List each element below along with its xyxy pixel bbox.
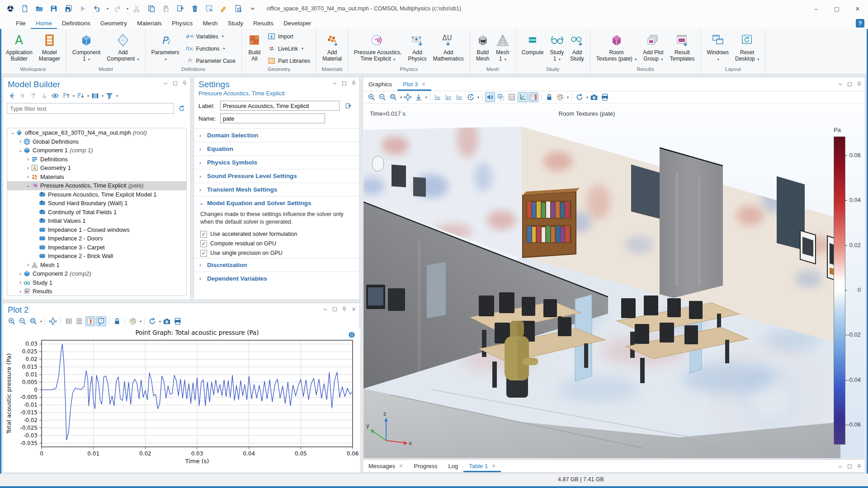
zoom-in-button[interactable]	[367, 92, 377, 102]
help-button[interactable]: ?	[856, 19, 864, 28]
tree-item[interactable]: ›Global Definitions	[7, 137, 186, 146]
tab-close-icon[interactable]: ✕	[491, 463, 495, 469]
tree-expanded-arrow[interactable]: ⌄	[10, 130, 15, 136]
tree-item[interactable]: ⌄Component 1(comp 1)	[7, 146, 186, 155]
dropdown-caret-icon[interactable]: ▾	[425, 95, 427, 99]
panel-menu-button[interactable]	[322, 306, 328, 312]
tab-messages[interactable]: Messages✕	[363, 460, 408, 472]
tab-plot-3[interactable]: Plot 3✕	[397, 77, 431, 91]
preview-doc-icon[interactable]	[232, 3, 244, 14]
tree-item[interactable]: DContinuity of Total Fields 1	[7, 208, 186, 217]
colorbar-toggle-button[interactable]	[528, 92, 538, 102]
tab-log[interactable]: Log	[443, 460, 464, 472]
menu-mesh[interactable]: Mesh	[198, 19, 222, 29]
menu-developer[interactable]: Developer	[278, 19, 316, 29]
speaker-button[interactable]	[485, 92, 495, 102]
plot-source-icon[interactable]	[348, 331, 355, 338]
panel-pin-button[interactable]	[341, 306, 347, 312]
undo-icon[interactable]	[91, 3, 103, 14]
checkbox[interactable]: ✓	[200, 231, 207, 238]
grid-v-button[interactable]	[64, 316, 74, 326]
new-file-icon[interactable]	[19, 3, 31, 14]
menu-home[interactable]: Home	[31, 19, 57, 29]
room-textures-button[interactable]: RoomTextures (pate) ▾	[593, 31, 640, 66]
menu-geometry[interactable]: Geometry	[95, 19, 132, 29]
grid3d-button[interactable]	[507, 92, 517, 102]
tree-item[interactable]: ⌄office_space_63_30T0_N4_ma_out.mph(root…	[7, 128, 186, 137]
minimize-button[interactable]: –	[806, 0, 826, 17]
panel-float-button[interactable]	[846, 81, 853, 87]
dropdown-caret-icon[interactable]: ▾	[73, 94, 75, 98]
save-all-icon[interactable]	[62, 3, 74, 14]
tree-item[interactable]: Impedance 3 - Carpet	[7, 243, 186, 252]
rename-button[interactable]	[343, 101, 353, 111]
print-button[interactable]	[600, 92, 610, 102]
windows-button[interactable]: Windows ▾	[703, 31, 732, 66]
panel-float-button[interactable]	[846, 463, 853, 469]
menu-study[interactable]: Study	[222, 19, 248, 29]
panel-pin-button[interactable]	[350, 80, 357, 86]
section-header[interactable]: ›Domain Selection	[194, 129, 359, 142]
arrow-left-button[interactable]	[7, 91, 17, 101]
axis-limits-button[interactable]	[85, 316, 95, 326]
tree-collapsed-arrow[interactable]: ›	[25, 174, 31, 180]
panel-menu-button[interactable]	[331, 80, 338, 86]
section-header[interactable]: ›Dependent Variables	[194, 272, 359, 285]
palette-button[interactable]	[128, 316, 138, 326]
save-icon[interactable]	[48, 3, 60, 14]
tree-collapsed-arrow[interactable]: ›	[25, 262, 31, 268]
paste-icon[interactable]	[160, 3, 172, 14]
close-button[interactable]: ✕	[847, 0, 868, 17]
reset-desktop-button[interactable]: ResetDesktop ▾	[732, 31, 762, 66]
checkbox[interactable]: ✓	[200, 250, 207, 257]
menu-materials[interactable]: Materials	[132, 19, 167, 29]
tree-item[interactable]: Impedance 2 - Brick Wall	[7, 252, 186, 261]
arrow-up-button[interactable]	[28, 91, 38, 101]
section-header[interactable]: ›Sound Pressure Level Settings	[194, 169, 359, 183]
filter-input[interactable]	[7, 103, 174, 114]
zoom-box-button[interactable]	[28, 316, 38, 326]
tree-item[interactable]: ›AGeometry 1	[7, 164, 186, 173]
select-box-icon[interactable]	[203, 3, 215, 14]
dropdown-caret-icon[interactable]: ▾	[477, 95, 479, 99]
tree-expanded-arrow[interactable]: ⌄	[25, 183, 31, 188]
tree-item[interactable]: ›Materials	[7, 173, 186, 182]
tree-expanded-arrow[interactable]: ⌄	[18, 147, 23, 153]
grid-h-button[interactable]	[75, 316, 85, 326]
add-component-button[interactable]: AddComponent ▾	[104, 31, 142, 66]
lock-button[interactable]	[112, 316, 122, 326]
tree-collapsed-arrow[interactable]: ›	[18, 279, 23, 286]
redo-icon[interactable]	[111, 3, 123, 14]
dropdown-caret-icon[interactable]: ▾	[87, 94, 89, 98]
view-yz-button[interactable]: yz	[444, 92, 454, 102]
add-plot-group-button[interactable]: Add PlotGroup ▾	[640, 31, 666, 66]
dropdown-caret-icon[interactable]: ▾	[567, 95, 569, 99]
pressure-acoustics-button[interactable]: Pressure Acoustics,Time Explicit ▾	[351, 31, 405, 66]
camera-button[interactable]	[162, 316, 172, 326]
section-header[interactable]: ›Transient Mesh Settings	[194, 183, 359, 196]
run-icon[interactable]	[77, 3, 89, 14]
duplicate-icon[interactable]	[175, 3, 186, 14]
dropdown-caret-icon[interactable]: ▾	[400, 95, 402, 99]
panel-pin-button[interactable]	[856, 81, 862, 87]
variables-button[interactable]: a=Variables▾	[184, 32, 237, 41]
tab-close-icon[interactable]: ✕	[399, 463, 403, 469]
checkbox[interactable]: ✓	[200, 240, 207, 247]
tree-item[interactable]: ⌄Pressure Acoustics, Time Explicit(pate)	[7, 181, 186, 190]
tree-collapsed-arrow[interactable]: ›	[18, 138, 23, 145]
dropdown-caret-icon[interactable]: ▾	[586, 95, 588, 99]
open-folder-icon[interactable]	[33, 3, 45, 14]
delete-icon[interactable]	[189, 3, 201, 14]
dropdown-caret-icon[interactable]: ▾	[140, 319, 142, 324]
build-all-button[interactable]: BuildAll	[245, 31, 264, 66]
logo-icon[interactable]	[5, 3, 16, 14]
add-material-button[interactable]: AddMaterial	[319, 31, 345, 66]
zoom-out-button[interactable]	[18, 316, 28, 326]
tree-item[interactable]: ›Results	[7, 287, 186, 296]
add-physics-button[interactable]: AddPhysics	[405, 31, 429, 66]
parameter-case-button[interactable]: PiParameter Case	[184, 56, 237, 66]
menu-definitions[interactable]: Definitions	[57, 19, 95, 29]
orient-button[interactable]	[414, 92, 424, 102]
model-manager-button[interactable]: ModelManager	[36, 31, 63, 66]
import-button[interactable]: Import	[266, 32, 312, 41]
